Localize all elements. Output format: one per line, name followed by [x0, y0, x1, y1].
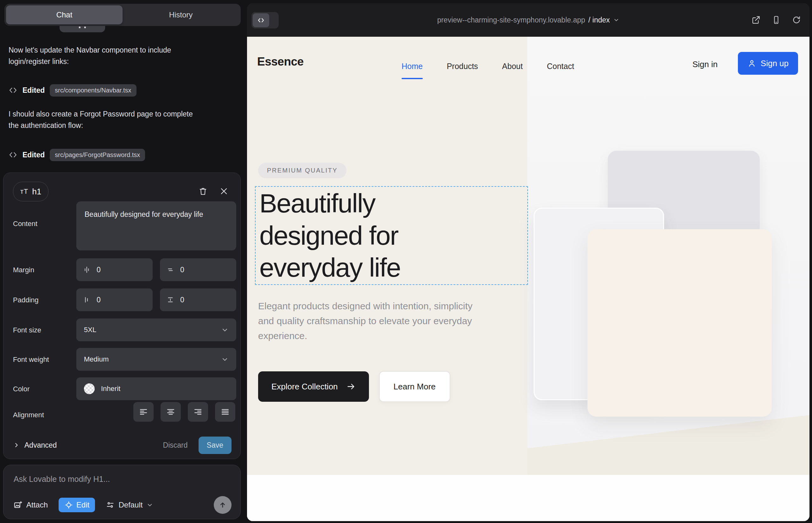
selection-outline[interactable]: Beautifully designed for everyday life [255, 186, 528, 285]
margin-y-input[interactable] [180, 265, 212, 274]
margin-x-input[interactable] [96, 265, 129, 274]
edit-label: Edit [76, 501, 89, 509]
align-right-button[interactable] [188, 402, 208, 422]
color-swatch [84, 383, 95, 394]
target-icon [64, 501, 73, 509]
font-size-label: Font size [13, 326, 41, 334]
padding-vertical-icon [166, 296, 175, 304]
chevron-down-icon [221, 356, 229, 363]
signup-button[interactable]: Sign up [738, 52, 798, 75]
color-value: Inherit [101, 385, 120, 393]
align-justify-icon [220, 407, 230, 417]
margin-x-field[interactable] [76, 258, 153, 281]
file-chip[interactable]: src/pages/ForgotPassword.tsx [50, 149, 145, 161]
chevron-down-icon [221, 326, 229, 334]
advanced-label: Advanced [24, 441, 57, 450]
assistant-message: Now let's update the Navbar component to… [8, 44, 205, 68]
font-weight-label: Font weight [13, 356, 49, 364]
margin-label: Margin [13, 266, 34, 274]
font-weight-value: Medium [84, 355, 109, 363]
arrow-up-icon [218, 501, 227, 509]
open-external-icon[interactable] [751, 15, 761, 25]
chevron-down-icon [613, 17, 619, 23]
alignment-group [133, 402, 235, 422]
sliders-icon [106, 501, 114, 509]
chevron-down-icon [146, 502, 153, 508]
element-tag-label: h1 [32, 187, 41, 197]
code-icon [8, 150, 17, 159]
advanced-toggle[interactable]: Advanced [13, 441, 57, 450]
color-select[interactable]: Inherit [76, 377, 236, 400]
learn-more-button[interactable]: Learn More [379, 371, 450, 402]
hero-badge: PREMIUM QUALITY [258, 163, 347, 178]
align-justify-button[interactable] [215, 402, 235, 422]
user-icon [747, 59, 756, 68]
code-icon [8, 86, 17, 95]
close-icon [219, 187, 228, 196]
margin-horizontal-icon [83, 266, 91, 274]
chat-sidebar: Chat History Now let's update the Navbar… [0, 0, 247, 523]
element-inspector-panel: тT h1 Content Beautifully designed for e… [3, 173, 241, 459]
align-left-button[interactable] [133, 402, 154, 422]
assistant-message: I should also create a Forgot Password p… [8, 108, 205, 131]
send-button[interactable] [214, 496, 231, 514]
url-bar[interactable]: preview--charming-site-symphony.lovable.… [247, 3, 810, 37]
site-navbar: Essence Home Products About Contact Sign… [247, 37, 810, 96]
close-inspector-button[interactable] [217, 184, 231, 198]
font-weight-select[interactable]: Medium [76, 348, 236, 371]
mobile-view-icon[interactable] [772, 15, 781, 25]
alignment-label: Alignment [13, 411, 44, 419]
url-path: / index [588, 16, 610, 24]
default-label: Default [119, 501, 142, 509]
app-window: Chat History Now let's update the Navbar… [0, 0, 812, 523]
content-label: Content [13, 220, 37, 228]
site-logo[interactable]: Essence [257, 55, 304, 68]
align-right-icon [193, 407, 203, 417]
chat-input[interactable] [13, 474, 230, 491]
next-section-background [247, 475, 810, 521]
margin-y-field[interactable] [160, 258, 236, 281]
font-size-select[interactable]: 5XL [76, 319, 236, 341]
signin-link[interactable]: Sign in [693, 59, 718, 69]
collapsed-chip[interactable] [59, 26, 105, 32]
padding-y-input[interactable] [180, 295, 212, 305]
discard-button[interactable]: Discard [163, 441, 188, 450]
padding-x-field[interactable] [76, 288, 153, 311]
chat-composer: Attach Edit Default [3, 465, 241, 519]
explore-collection-label: Explore Collection [271, 382, 338, 392]
padding-y-field[interactable] [160, 288, 236, 311]
edit-mode-button[interactable]: Edit [58, 498, 95, 512]
hero-headline[interactable]: Beautifully designed for everyday life [259, 187, 456, 284]
align-center-icon [166, 407, 175, 417]
save-button[interactable]: Save [198, 437, 231, 454]
nav-links: Home Products About Contact [402, 37, 574, 96]
nav-link-home[interactable]: Home [402, 62, 423, 71]
nav-link-products[interactable]: Products [447, 62, 478, 71]
preview-pane: preview--charming-site-symphony.lovable.… [247, 3, 810, 521]
content-input[interactable]: Beautifully designed for everyday life [76, 201, 236, 250]
hero-cta-row: Explore Collection Learn More [258, 371, 450, 402]
learn-more-label: Learn More [394, 382, 436, 392]
url-domain: preview--charming-site-symphony.lovable.… [437, 16, 585, 24]
file-chip[interactable]: src/components/Navbar.tsx [50, 84, 136, 96]
edited-label: Edited [22, 86, 45, 95]
delete-element-button[interactable] [196, 184, 210, 198]
align-center-button[interactable] [161, 402, 181, 422]
attach-button[interactable]: Attach [13, 500, 48, 510]
tab-history[interactable]: History [123, 5, 239, 24]
edited-file-row: Edited src/components/Navbar.tsx [8, 83, 137, 97]
site-viewport: Essence Home Products About Contact Sign… [247, 37, 810, 521]
refresh-icon[interactable] [792, 15, 801, 25]
explore-collection-button[interactable]: Explore Collection [258, 371, 369, 402]
chat-history-tabbar: Chat History [4, 4, 241, 26]
chevron-right-icon [13, 441, 20, 449]
preview-toolbar: preview--charming-site-symphony.lovable.… [247, 3, 810, 37]
padding-label: Padding [13, 296, 39, 304]
nav-link-contact[interactable]: Contact [547, 62, 574, 71]
default-mode-select[interactable]: Default [106, 501, 153, 509]
padding-x-input[interactable] [96, 295, 129, 305]
arrow-right-icon [346, 382, 356, 391]
tab-chat[interactable]: Chat [6, 5, 123, 24]
font-size-value: 5XL [84, 326, 96, 334]
nav-link-about[interactable]: About [502, 62, 523, 71]
